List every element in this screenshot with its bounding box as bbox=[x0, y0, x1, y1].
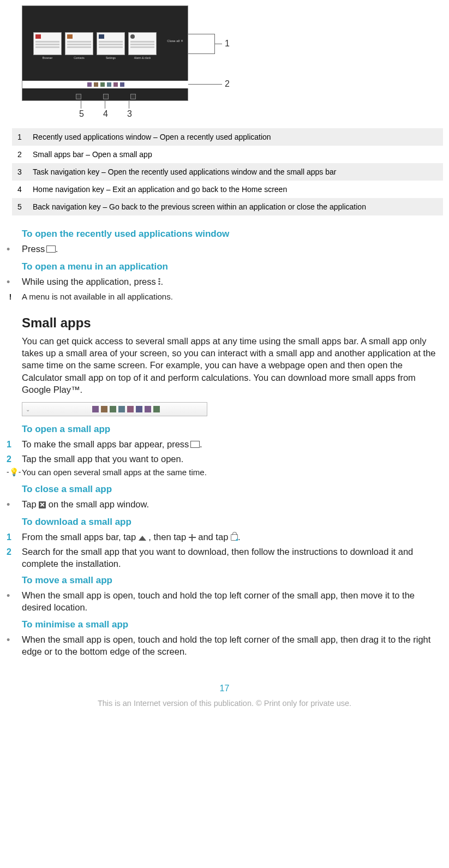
small-apps-bar bbox=[22, 81, 189, 88]
document-page: Browser Contacts Settings Alarm & clock … bbox=[0, 0, 449, 729]
recent-apps-row: Browser Contacts Settings Alarm & clock bbox=[33, 32, 157, 59]
task-key-icon bbox=[191, 442, 200, 448]
table-row: 5Back navigation key – Go back to the pr… bbox=[12, 198, 443, 215]
menu-icon bbox=[158, 278, 160, 285]
callout-5: 5 bbox=[79, 109, 84, 119]
callout-3: 3 bbox=[127, 109, 132, 119]
close-icon bbox=[39, 501, 46, 508]
callout-2: 2 bbox=[225, 79, 230, 89]
text: To make the small apps bar appear, press bbox=[22, 439, 191, 449]
store-icon bbox=[231, 534, 238, 541]
instruction-item: • When the small app is open, touch and … bbox=[0, 589, 449, 614]
section-heading-small-apps: Small apps bbox=[22, 315, 449, 331]
note-item: ! A menu is not available in all applica… bbox=[0, 291, 449, 302]
instruction-item: • Tap on the small app window. bbox=[0, 498, 449, 511]
chevron-icon: ⌄ bbox=[26, 406, 30, 412]
recent-tile: Alarm & clock bbox=[128, 32, 157, 59]
subheading-open-small-app: To open a small app bbox=[22, 424, 449, 435]
text: . bbox=[200, 439, 202, 449]
text: , then tap bbox=[146, 532, 189, 542]
warning-icon: ! bbox=[7, 291, 14, 302]
instruction-item: 1 To make the small apps bar appear, pre… bbox=[0, 438, 449, 451]
recent-tile: Settings bbox=[97, 32, 125, 59]
text: Tap the small app that you want to open. bbox=[22, 453, 449, 465]
text: . bbox=[238, 532, 241, 542]
tip-item: -💡- You can open several small apps at t… bbox=[0, 467, 449, 478]
task-key-icon bbox=[47, 247, 56, 253]
text: Press bbox=[22, 244, 47, 254]
tip-text: You can open several small apps at the s… bbox=[22, 467, 449, 478]
recent-tile: Contacts bbox=[65, 32, 93, 59]
callout-1: 1 bbox=[225, 39, 230, 49]
subheading-move-small-app: To move a small app bbox=[22, 575, 449, 586]
instruction-item: 2 Tap the small app that you want to ope… bbox=[0, 453, 449, 465]
paragraph: You can get quick access to several smal… bbox=[22, 335, 439, 396]
close-all-label: Close all ✕ bbox=[167, 39, 183, 43]
recent-tile: Browser bbox=[33, 32, 62, 59]
callout-4: 4 bbox=[103, 109, 108, 119]
text: When the small app is open, touch and ho… bbox=[22, 633, 449, 658]
text: When the small app is open, touch and ho… bbox=[22, 589, 449, 614]
legend-table: 1Recently used applications window – Ope… bbox=[12, 128, 443, 215]
table-row: 3Task navigation key – Open the recently… bbox=[12, 163, 443, 181]
device-screen: Browser Contacts Settings Alarm & clock … bbox=[22, 5, 188, 101]
footer-text: This is an Internet version of this publ… bbox=[0, 699, 449, 719]
nav-keys bbox=[22, 94, 189, 99]
subheading-minimise-small-app: To minimise a small app bbox=[22, 619, 449, 630]
text: . bbox=[56, 244, 58, 254]
note-text: A menu is not available in all applicati… bbox=[22, 291, 449, 302]
instruction-item: • While using the application, press . bbox=[0, 276, 449, 289]
subheading-download-small-app: To download a small app bbox=[22, 517, 449, 528]
instruction-item: • Press . bbox=[0, 243, 449, 256]
table-row: 2Small apps bar – Open a small app bbox=[12, 146, 443, 163]
text: Search for the small app that you want t… bbox=[22, 546, 449, 570]
page-number: 17 bbox=[0, 684, 449, 693]
small-apps-bar-image: ⌄ bbox=[22, 402, 207, 416]
subheading-open-recent: To open the recently used applications w… bbox=[22, 229, 449, 240]
table-row: 4Home navigation key – Exit an applicati… bbox=[12, 181, 443, 198]
text: From the small apps bar, tap bbox=[22, 532, 139, 542]
text: on the small app window. bbox=[46, 499, 149, 509]
instruction-item: 1 From the small apps bar, tap , then ta… bbox=[0, 531, 449, 543]
expand-icon bbox=[139, 534, 146, 541]
text: and tap bbox=[196, 532, 231, 542]
plus-icon bbox=[189, 534, 196, 541]
text: While using the application, press bbox=[22, 277, 158, 286]
text: . bbox=[160, 277, 163, 286]
overview-diagram: Browser Contacts Settings Alarm & clock … bbox=[22, 5, 218, 117]
table-row: 1Recently used applications window – Ope… bbox=[12, 128, 443, 146]
instruction-item: • When the small app is open, touch and … bbox=[0, 633, 449, 658]
tip-icon: -💡- bbox=[7, 468, 21, 476]
instruction-item: 2 Search for the small app that you want… bbox=[0, 546, 449, 570]
subheading-open-menu: To open a menu in an application bbox=[22, 261, 449, 272]
subheading-close-small-app: To close a small app bbox=[22, 484, 449, 495]
text: Tap bbox=[22, 499, 39, 509]
